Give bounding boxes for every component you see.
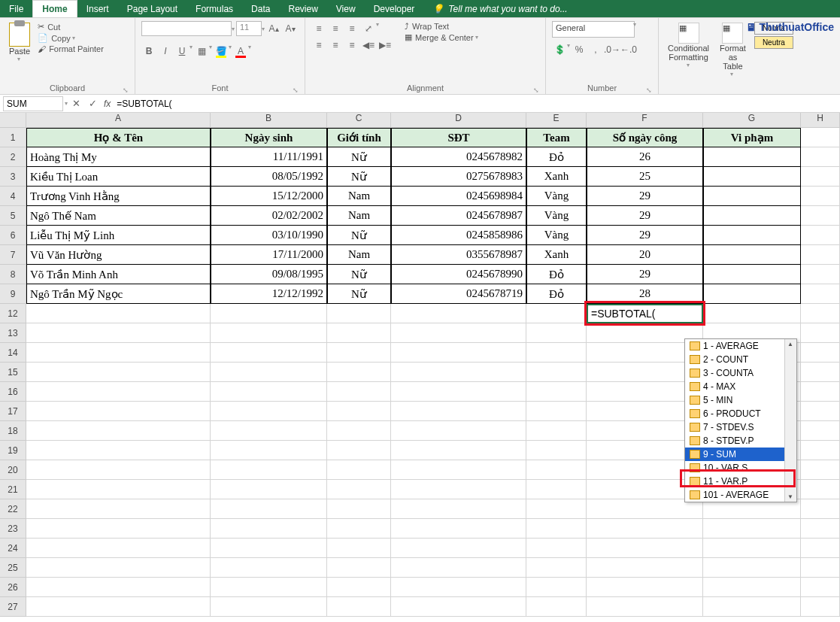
cell[interactable]: 0245678990	[391, 265, 526, 284]
suggest-item[interactable]: 6 - PRODUCT	[685, 407, 796, 420]
cell[interactable]	[703, 558, 801, 578]
cell[interactable]	[26, 519, 211, 539]
dec-decimal-button[interactable]: ←.0	[621, 42, 636, 57]
cell[interactable]	[26, 539, 211, 558]
cell[interactable]	[526, 343, 587, 363]
cell[interactable]: Hoàng Thị My	[26, 147, 211, 167]
col-header-G[interactable]: G	[703, 113, 801, 128]
cell[interactable]	[327, 441, 391, 460]
cell[interactable]: Trương Vinh Hằng	[26, 187, 211, 206]
cell[interactable]	[327, 402, 391, 421]
col-header-E[interactable]: E	[526, 113, 587, 128]
cell[interactable]	[801, 265, 840, 284]
cell[interactable]	[26, 421, 211, 441]
cell[interactable]: Nam	[327, 206, 391, 226]
row-header[interactable]: 16	[0, 382, 26, 402]
row-header[interactable]: 9	[0, 284, 26, 304]
row-header[interactable]: 21	[0, 480, 26, 499]
format-painter-button[interactable]: 🖌 Format Painter	[38, 44, 104, 54]
cell[interactable]: Nam	[327, 245, 391, 265]
cell[interactable]	[801, 578, 840, 597]
cell[interactable]	[391, 402, 526, 421]
cell[interactable]	[391, 363, 526, 382]
cell[interactable]	[327, 480, 391, 499]
row-header[interactable]: 1	[0, 128, 26, 147]
row-header[interactable]: 24	[0, 539, 26, 558]
cell[interactable]: 29	[587, 187, 703, 206]
row-header[interactable]: 27	[0, 597, 26, 617]
cell[interactable]: 15/12/2000	[211, 187, 327, 206]
cell[interactable]	[587, 578, 703, 597]
cancel-formula-button[interactable]: ✕	[68, 98, 84, 109]
cell[interactable]: 03/10/1990	[211, 226, 327, 245]
cell[interactable]	[801, 460, 840, 480]
cell[interactable]	[526, 558, 587, 578]
cell[interactable]	[801, 284, 840, 304]
cell[interactable]	[526, 304, 587, 323]
cell[interactable]	[391, 304, 526, 323]
wrap-text-button[interactable]: ⤴ Wrap Text	[405, 21, 478, 32]
cell[interactable]: Nam	[327, 187, 391, 206]
cell[interactable]	[211, 304, 327, 323]
cell[interactable]: 09/08/1995	[211, 265, 327, 284]
cell[interactable]	[26, 460, 211, 480]
row-header[interactable]: 19	[0, 441, 26, 460]
cell[interactable]	[801, 558, 840, 578]
cell[interactable]	[801, 245, 840, 265]
cell[interactable]: 0275678983	[391, 167, 526, 187]
col-header-H[interactable]: H	[801, 113, 840, 128]
cell[interactable]	[327, 460, 391, 480]
cell[interactable]	[391, 460, 526, 480]
cell[interactable]	[211, 323, 327, 343]
cell[interactable]	[526, 499, 587, 519]
cell[interactable]	[703, 187, 801, 206]
cell[interactable]: Nữ	[327, 226, 391, 245]
cell[interactable]	[801, 402, 840, 421]
font-size-input[interactable]: 11	[236, 21, 262, 36]
cell[interactable]	[26, 323, 211, 343]
row-header[interactable]: 13	[0, 323, 26, 343]
cell[interactable]	[327, 304, 391, 323]
cell[interactable]	[801, 480, 840, 499]
cell[interactable]	[801, 187, 840, 206]
cell[interactable]: Đỏ	[526, 265, 587, 284]
cell[interactable]	[526, 480, 587, 499]
cell[interactable]	[26, 382, 211, 402]
align-right-button[interactable]: ≡	[344, 38, 359, 53]
cell[interactable]: 28	[587, 284, 703, 304]
suggest-item[interactable]: 3 - COUNTA	[685, 366, 796, 380]
row-header[interactable]: 8	[0, 265, 26, 284]
cell[interactable]	[703, 539, 801, 558]
cell[interactable]	[327, 539, 391, 558]
inc-decimal-button[interactable]: .0→	[605, 42, 620, 57]
col-header-A[interactable]: A	[26, 113, 211, 128]
align-left-button[interactable]: ≡	[311, 38, 326, 53]
tab-insert[interactable]: Insert	[77, 1, 118, 17]
cell[interactable]	[211, 382, 327, 402]
cell[interactable]: 11/11/1991	[211, 147, 327, 167]
select-all-corner[interactable]	[0, 113, 26, 128]
sheet-grid[interactable]: A B C D E F G H 1 Họ & Tên Ngày sinh Giớ…	[0, 113, 840, 617]
cell[interactable]: 0245678719	[391, 284, 526, 304]
cell[interactable]: 12/12/1992	[211, 284, 327, 304]
cell[interactable]	[327, 382, 391, 402]
cell[interactable]	[26, 597, 211, 617]
cell[interactable]	[391, 539, 526, 558]
cell[interactable]	[801, 499, 840, 519]
number-format-select[interactable]: General	[552, 21, 635, 38]
comma-button[interactable]: ,	[588, 42, 603, 57]
suggest-item[interactable]: 9 - SUM	[685, 448, 796, 461]
align-bottom-button[interactable]: ≡	[344, 21, 359, 36]
row-header[interactable]: 12	[0, 304, 26, 323]
cell[interactable]	[703, 226, 801, 245]
italic-button[interactable]: I	[158, 44, 173, 59]
cell[interactable]	[26, 441, 211, 460]
cell[interactable]	[327, 597, 391, 617]
cell[interactable]: 29	[587, 206, 703, 226]
cell[interactable]	[526, 441, 587, 460]
cell[interactable]	[703, 304, 801, 323]
cell[interactable]: Kiều Thị Loan	[26, 167, 211, 187]
cell[interactable]: Giới tính	[327, 128, 391, 147]
cell[interactable]: Liễu Thị Mỹ Linh	[26, 226, 211, 245]
cell[interactable]: Vàng	[526, 187, 587, 206]
